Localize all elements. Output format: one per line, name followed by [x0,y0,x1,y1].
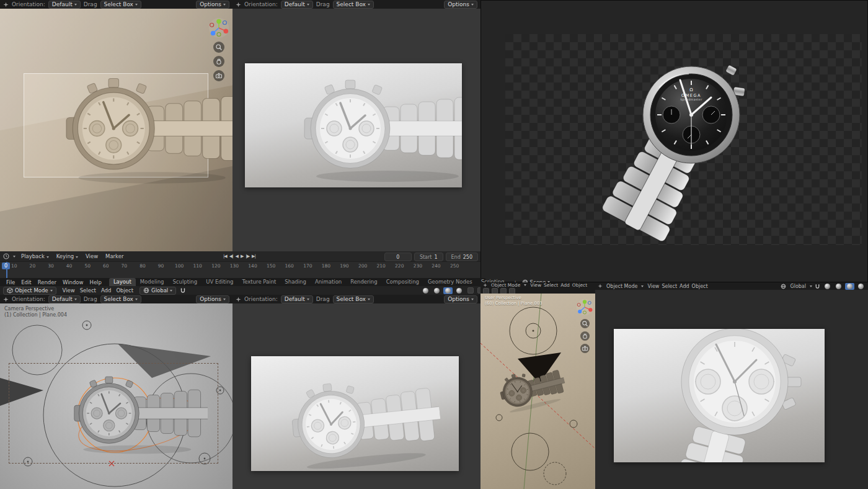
transport-button-1[interactable]: ◀| [229,254,233,259]
viewport-menu-3[interactable]: Object [113,287,136,294]
editor-type-icon[interactable] [3,2,9,7]
editor-type-icon[interactable] [236,2,241,7]
shading-wireframe-button[interactable] [421,287,430,294]
workspace-tab-8[interactable]: Compositing [382,278,423,286]
viewport-canvas[interactable]: User Perspective (60) Collection | Plane… [480,294,595,489]
shading-solid-button[interactable] [834,283,843,290]
playback-menu[interactable]: Playback [19,253,51,259]
viewport-menu-2[interactable]: Add [99,287,113,294]
zoom-icon[interactable] [580,319,590,328]
navigation-axis-gizmo[interactable] [576,298,593,316]
menu-0[interactable]: File [3,279,18,285]
workspace-tab-3[interactable]: UV Editing [202,278,237,286]
workspace-tab-7[interactable]: Rendering [346,278,381,286]
orientation-select[interactable]: Default [281,295,313,303]
editor-type-icon[interactable] [236,297,241,302]
workspace-tab-4[interactable]: Texture Paint [238,278,281,286]
mode-select[interactable]: Object Mode [605,284,639,289]
pan-hand-icon[interactable] [580,331,590,341]
shading-solid-button[interactable] [432,287,441,294]
viewport-menu-1[interactable]: Select [78,287,99,294]
menu-3[interactable]: Window [60,279,87,285]
select-box-select[interactable]: Select Box [100,295,141,303]
main-menu-bar: FileEditRenderWindowHelp LayoutModelingS… [0,278,485,286]
navigation-axis-gizmo[interactable] [208,17,229,38]
select-box-select[interactable]: Select Box [100,1,141,9]
frame-end-field[interactable]: End250 [446,253,478,261]
workspace-tab-5[interactable]: Shading [280,278,311,286]
timeline-editor-type-icon[interactable] [3,253,9,259]
shading-material-button[interactable] [845,283,854,290]
options-button[interactable]: Options [196,1,229,9]
camera-view-icon[interactable] [213,70,224,81]
watch-model[interactable] [50,68,232,189]
current-frame-field[interactable]: 0 [384,253,412,261]
transport-button-3[interactable]: ▶ [241,254,243,259]
options-button[interactable]: Options [444,1,477,9]
workspace-tab-2[interactable]: Sculpting [168,278,202,286]
workspace-tab-6[interactable]: Animation [311,278,346,286]
viewport-menu-1[interactable]: Select [660,284,678,289]
viewport-canvas[interactable] [232,9,480,251]
overlays-toggle-icon[interactable] [492,288,498,294]
camera-view-icon[interactable] [580,344,590,353]
shading-rendered-button[interactable] [856,283,866,290]
snap-magnet-icon[interactable] [180,287,186,294]
transform-orientation-select[interactable]: Global [140,287,176,295]
editor-type-icon[interactable] [483,283,487,287]
workspace-tab-9[interactable]: Geometry Nodes [423,278,477,286]
viewport-gizmos [576,298,593,353]
shading-rendered-button[interactable] [454,287,464,294]
editor-type-icon[interactable] [598,284,603,289]
viewport-menu-0[interactable]: View [529,282,542,288]
orientation-select[interactable]: Default [281,1,313,9]
viewport-canvas[interactable] [595,290,868,489]
menu-2[interactable]: Render [35,279,60,285]
transport-button-5[interactable]: ▶| [252,254,255,259]
editor-type-icon[interactable] [3,297,9,302]
select-box-select[interactable]: Select Box [333,1,374,9]
options-button[interactable]: Options [196,295,229,303]
frame-range-fields: 0 Start1 End250 [384,253,478,261]
viewport-canvas[interactable] [0,9,232,251]
viewport-menu-1[interactable]: Select [542,282,559,288]
watch-model[interactable] [614,329,825,462]
snap-magnet-icon[interactable] [815,284,820,289]
marker-menu[interactable]: Marker [104,253,125,259]
overlays-toggle-icon[interactable] [467,287,474,294]
transport-button-2[interactable]: ◀ [236,254,238,259]
orientation-select[interactable]: Default [48,295,81,303]
workspace-tab-1[interactable]: Modeling [136,278,169,286]
viewport-canvas[interactable]: Camera Perspective (1) Collection | Plan… [0,303,232,489]
zoom-icon[interactable] [213,42,224,53]
shading-wireframe-button[interactable] [823,283,832,290]
menu-1[interactable]: Edit [18,279,34,285]
orientation-select[interactable]: Default [48,1,81,9]
pan-hand-icon[interactable] [213,56,224,67]
menu-4[interactable]: Help [86,279,104,285]
mode-select[interactable]: Object Mode [490,282,521,288]
viewport-menu-2[interactable]: Add [678,284,691,289]
gizmo-toggle-icon[interactable] [483,288,489,294]
shading-material-button[interactable] [443,287,453,294]
viewport-menu-3[interactable]: Object [691,284,709,289]
xray-toggle-icon[interactable] [500,288,507,294]
workspace-tab-0[interactable]: Layout [109,278,136,286]
playhead-frame-badge[interactable]: 0 [2,262,10,269]
transport-button-0[interactable]: |◀ [223,254,227,259]
viewport-canvas[interactable] [232,303,480,489]
shading-toggle-icon[interactable] [509,288,515,294]
viewport-menu-0[interactable]: View [60,287,78,294]
transform-orientation-select[interactable]: Global [789,284,807,289]
viewport-menu-0[interactable]: View [646,284,660,289]
transport-button-4[interactable]: |▶ [246,254,249,259]
select-box-select[interactable]: Select Box [333,295,374,303]
timeline-ruler[interactable]: 1020304050607080901001101201301401501601… [0,261,480,279]
viewport-menu-2[interactable]: Add [559,282,571,288]
view-menu[interactable]: View [84,253,100,259]
options-button[interactable]: Options [444,295,477,303]
keying-menu[interactable]: Keying [55,253,80,259]
viewport-menu-3[interactable]: Object [571,282,588,288]
mode-select[interactable]: Object Mode [3,287,56,295]
frame-start-field[interactable]: Start1 [414,253,443,261]
